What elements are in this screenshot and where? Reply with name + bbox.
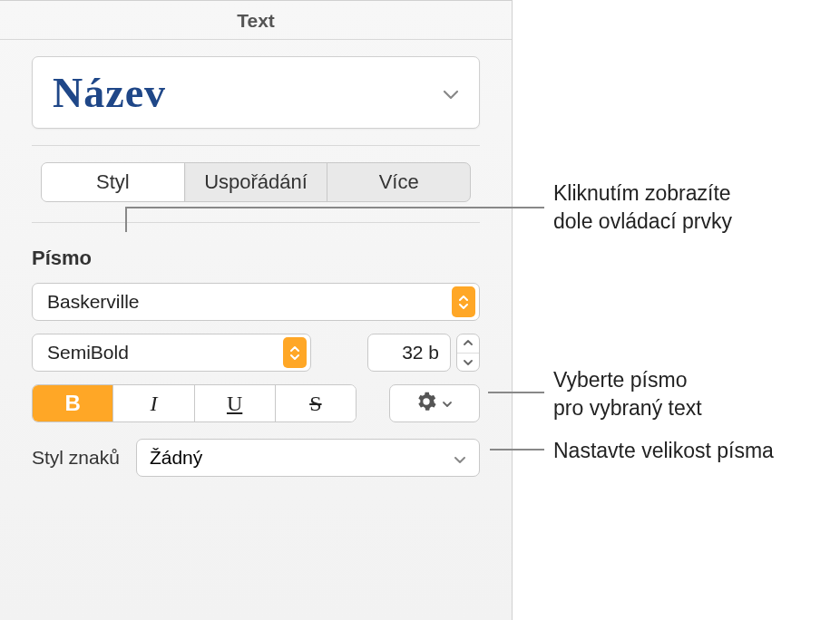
callout-tabs: Kliknutím zobrazíte dole ovládací prvky xyxy=(553,179,732,236)
format-sidebar: Text Název Styl Uspořádání Více Písmo Ba… xyxy=(0,0,513,620)
divider xyxy=(32,145,480,146)
font-family-value: Baskerville xyxy=(47,291,140,313)
callout-leader xyxy=(490,449,544,450)
text-style-group: B I U S xyxy=(32,384,357,422)
character-style-value: Žádný xyxy=(150,447,202,469)
bold-button[interactable]: B xyxy=(33,385,113,421)
tab-style[interactable]: Styl xyxy=(42,163,185,201)
callout-leader xyxy=(125,207,127,232)
updown-icon xyxy=(452,286,475,317)
callout-leader xyxy=(125,207,544,208)
font-family-dropdown[interactable]: Baskerville xyxy=(32,283,480,321)
font-weight-value: SemiBold xyxy=(47,342,129,363)
character-style-label: Styl znaků xyxy=(32,447,120,469)
tab-more[interactable]: Více xyxy=(327,163,470,201)
divider xyxy=(32,222,480,223)
font-size-decrease[interactable] xyxy=(457,354,479,372)
callout-leader xyxy=(488,392,544,393)
updown-icon xyxy=(283,337,307,368)
chevron-down-icon xyxy=(454,447,466,469)
sidebar-tab-text[interactable]: Text xyxy=(0,1,512,40)
tab-layout[interactable]: Uspořádání xyxy=(185,163,328,201)
underline-button[interactable]: U xyxy=(195,385,276,421)
advanced-options-button[interactable] xyxy=(389,384,480,422)
callout-font-size: Nastavte velikost písma xyxy=(553,437,774,465)
callout-font-family: Vyberte písmo pro vybraný text xyxy=(553,366,702,422)
gear-icon xyxy=(416,392,436,415)
chevron-down-icon xyxy=(442,395,453,412)
font-size-stepper xyxy=(456,334,480,372)
font-size-increase[interactable] xyxy=(457,334,479,354)
strikethrough-button[interactable]: S xyxy=(276,385,356,421)
character-style-dropdown[interactable]: Žádný xyxy=(136,439,480,477)
text-tabs-segmented: Styl Uspořádání Více xyxy=(41,162,471,202)
font-size-value: 32 b xyxy=(402,342,439,363)
font-section-label: Písmo xyxy=(32,247,480,270)
paragraph-style-dropdown[interactable]: Název xyxy=(32,56,480,129)
italic-button[interactable]: I xyxy=(113,385,194,421)
chevron-down-icon xyxy=(443,87,459,98)
font-size-input[interactable]: 32 b xyxy=(367,334,451,372)
font-weight-dropdown[interactable]: SemiBold xyxy=(32,334,311,372)
paragraph-style-name: Název xyxy=(53,69,166,117)
